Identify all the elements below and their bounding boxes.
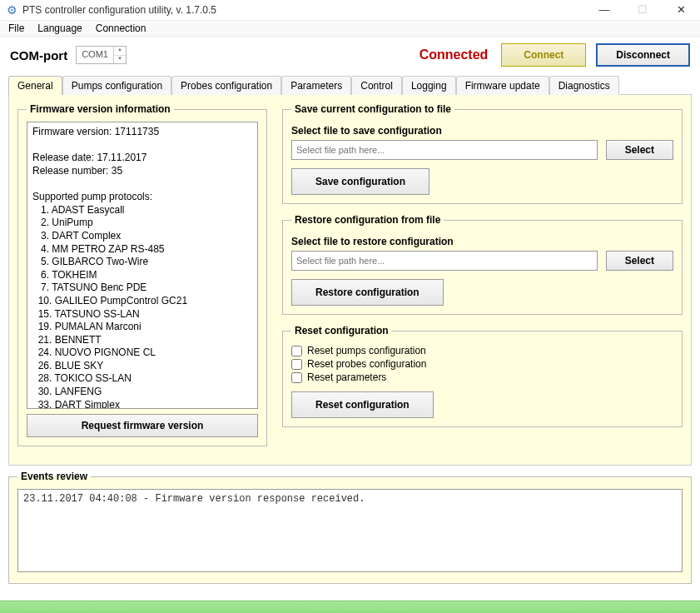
comport-spinner[interactable]: COM1 ▲ ▼ [76,46,127,64]
events-section: Events review [8,471,692,594]
reset-probes-checkbox[interactable] [291,359,302,370]
tab-firmware-update[interactable]: Firmware update [456,76,549,95]
chevron-down-icon[interactable]: ▼ [114,56,126,64]
events-text[interactable] [17,489,683,572]
tab-general[interactable]: General [8,76,62,95]
menu-language[interactable]: Language [37,22,82,34]
comport-label: COM-port [10,48,67,62]
reset-pumps-row[interactable]: Reset pumps configuration [291,345,673,356]
save-config-button[interactable]: Save configuration [291,168,429,195]
menu-connection[interactable]: Connection [96,22,146,34]
tab-pumps-configuration[interactable]: Pumps configuration [62,76,171,95]
menu-file[interactable]: File [8,22,24,34]
save-config-group: Save current configuration to file Selec… [282,103,683,204]
reset-probes-label: Reset probes configuration [307,358,426,370]
tab-control[interactable]: Control [351,76,402,95]
spinner-buttons[interactable]: ▲ ▼ [114,47,126,63]
restore-config-legend: Restore configuration from file [291,214,444,226]
close-button[interactable]: ✕ [668,3,693,16]
left-column: Firmware version information Request fir… [17,103,267,456]
tab-logging[interactable]: Logging [402,76,456,95]
request-firmware-button[interactable]: Request firmware version [27,414,258,437]
right-column: Save current configuration to file Selec… [282,103,683,456]
comport-value: COM1 [77,47,114,63]
window-controls: — ☐ ✕ [592,3,693,16]
restore-config-group: Restore configuration from file Select f… [282,214,683,315]
restore-config-button[interactable]: Restore configuration [291,279,444,306]
save-config-label: Select file to save configuration [291,125,673,137]
connection-status: Connected [420,47,489,62]
reset-probes-row[interactable]: Reset probes configuration [291,358,673,370]
app-gear-icon: ⚙ [7,3,17,17]
save-config-select-button[interactable]: Select [606,140,673,160]
restore-config-path-input[interactable] [291,251,598,271]
events-group: Events review [8,471,692,584]
reset-config-legend: Reset configuration [291,325,392,336]
reset-config-button[interactable]: Reset configuration [291,391,434,418]
reset-pumps-label: Reset pumps configuration [307,345,426,356]
reset-params-label: Reset parameters [307,371,386,383]
status-bar [0,601,700,613]
reset-config-group: Reset configuration Reset pumps configur… [282,325,683,427]
tab-diagnostics[interactable]: Diagnostics [549,76,619,95]
titlebar: ⚙ PTS controller configuration utility, … [0,0,700,21]
restore-config-label: Select file to restore configuration [291,236,673,247]
disconnect-button[interactable]: Disconnect [596,43,690,67]
firmware-info-group: Firmware version information Request fir… [17,103,267,446]
firmware-info-legend: Firmware version information [27,103,174,115]
chevron-up-icon[interactable]: ▲ [114,47,126,56]
top-bar: COM-port COM1 ▲ ▼ Connected Connect Disc… [0,37,700,75]
reset-params-row[interactable]: Reset parameters [291,371,673,383]
minimize-button[interactable]: — [592,3,617,16]
tab-parameters[interactable]: Parameters [281,76,351,95]
events-legend: Events review [17,471,91,482]
tab-probes-configuration[interactable]: Probes configuration [171,76,281,95]
save-config-path-input[interactable] [291,140,598,160]
firmware-info-text[interactable] [27,122,258,409]
menu-bar: File Language Connection [0,21,700,37]
connect-button[interactable]: Connect [501,43,586,67]
restore-config-select-button[interactable]: Select [606,251,673,271]
reset-pumps-checkbox[interactable] [291,346,302,356]
window-title: PTS controller configuration utility, v.… [22,4,592,16]
save-config-legend: Save current configuration to file [291,103,454,115]
tab-strip: General Pumps configuration Probes confi… [0,76,700,95]
maximize-button[interactable]: ☐ [630,3,655,16]
reset-params-checkbox[interactable] [291,372,302,383]
tab-content: Firmware version information Request fir… [8,94,692,466]
